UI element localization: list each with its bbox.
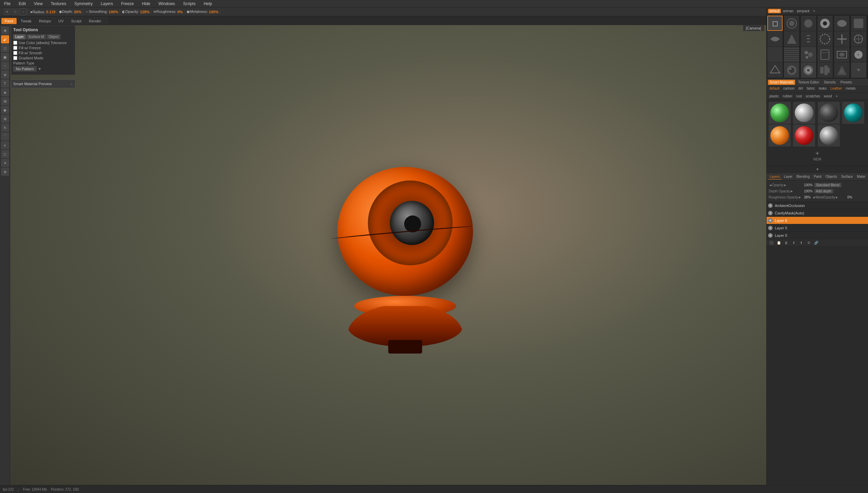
alpha-cell-1[interactable]: ◻: [767, 16, 783, 31]
alpha-cat-artman[interactable]: artman: [782, 9, 795, 13]
layer-item-5[interactable]: ● Layer 5: [767, 224, 868, 232]
tab-render[interactable]: Render: [85, 18, 104, 24]
tb-square-btn[interactable]: □: [20, 8, 26, 15]
roughness-opacity-label[interactable]: Roughness Opacity►: [769, 195, 803, 199]
layers-chevron[interactable]: ▾: [767, 166, 868, 173]
tool-clone[interactable]: ⊕: [1, 71, 9, 79]
alpha-cell-9[interactable]: ▪▪▪▪▪▪▪▪▪: [801, 31, 816, 46]
eye-icon-layer0[interactable]: ●: [768, 233, 773, 238]
layer-item-ao[interactable]: ● AmbientOcclusion: [767, 202, 868, 209]
layer-item-cavity[interactable]: ● CavityMask(Auto): [767, 209, 868, 217]
rp-icon-1[interactable]: ⬛: [768, 240, 775, 246]
menu-freeze[interactable]: Freeze: [120, 1, 135, 6]
alpha-cell-13[interactable]: [767, 47, 783, 62]
sm-filter-fabric[interactable]: fabric: [805, 86, 816, 91]
sm-material-5[interactable]: [769, 125, 791, 147]
menu-hide[interactable]: Hide: [141, 1, 152, 6]
menu-layers[interactable]: Layers: [99, 1, 114, 6]
sm-tab-smart-materials[interactable]: Smart Materials: [768, 80, 795, 85]
alpha-cat-add[interactable]: +: [812, 9, 816, 13]
tool-eye[interactable]: ◉: [1, 106, 9, 114]
sm-material-4[interactable]: [842, 102, 864, 124]
menu-textures[interactable]: Textures: [50, 1, 67, 6]
alpha-cell-21[interactable]: [801, 62, 816, 78]
layer-item-0[interactable]: ● Layer 0: [767, 232, 868, 239]
sm-material-3[interactable]: [818, 102, 840, 124]
alpha-cell-19[interactable]: [767, 62, 783, 78]
tab-retopo[interactable]: Retopo: [36, 18, 54, 24]
checkbox-fill-smooth[interactable]: [13, 51, 17, 55]
smart-material-preview[interactable]: Smart Material Preview →: [11, 79, 75, 88]
option-tab-object[interactable]: Object: [47, 34, 61, 39]
rp-icon-5[interactable]: ⬆: [798, 240, 805, 246]
viewport[interactable]: [10, 25, 766, 485]
tab-tweak[interactable]: Tweak: [17, 18, 35, 24]
tab-blending[interactable]: Blending: [795, 174, 811, 179]
sm-filter-rubber[interactable]: rubber: [781, 94, 794, 98]
tool-eraser[interactable]: ◻: [1, 44, 9, 52]
tool-text[interactable]: T: [1, 79, 9, 88]
layer-item-6[interactable]: ● Layer 6: [767, 217, 868, 224]
alpha-cell-2[interactable]: [784, 16, 799, 31]
add-depth-btn[interactable]: Add depth: [814, 189, 834, 193]
checkbox-use-color[interactable]: [13, 41, 17, 45]
sm-filter-leather[interactable]: Leather: [829, 86, 843, 91]
tab-surface[interactable]: Surface: [840, 174, 854, 179]
sm-material-6[interactable]: [793, 125, 815, 147]
rp-icon-7[interactable]: 🔗: [813, 240, 820, 246]
tool-smudge[interactable]: ~: [1, 62, 9, 70]
alpha-cell-23[interactable]: [834, 62, 849, 78]
alpha-cell-7[interactable]: [767, 31, 783, 46]
eye-icon-layer6[interactable]: ●: [768, 218, 773, 223]
alpha-cell-20[interactable]: [784, 62, 799, 78]
alpha-cell-10[interactable]: [817, 31, 833, 46]
tool-rotate[interactable]: ↻: [1, 124, 9, 132]
tool-fill[interactable]: ▣: [1, 53, 9, 61]
alpha-cell-8[interactable]: [784, 31, 799, 46]
opacity-label[interactable]: ◄Opacity►: [769, 183, 803, 187]
tool-extra1[interactable]: ✦: [1, 159, 9, 167]
sm-filter-add[interactable]: +: [834, 94, 839, 98]
sm-filter-scratches[interactable]: scratches: [804, 94, 822, 98]
sm-new-button[interactable]: + NEW: [768, 147, 867, 164]
sm-filter-dirt[interactable]: dirt: [797, 86, 804, 91]
tool-move[interactable]: ✥: [1, 26, 9, 35]
sm-tab-stencils[interactable]: Stencils: [822, 80, 837, 85]
tab-layers[interactable]: Layers: [768, 174, 782, 179]
tool-paint[interactable]: 🖌: [1, 35, 9, 43]
sm-filter-rust[interactable]: rust: [795, 94, 803, 98]
option-tab-layer[interactable]: Layer: [13, 34, 26, 39]
alpha-cell-17[interactable]: [834, 47, 849, 62]
metal-opacity-label[interactable]: ◄MetalOpacity►: [812, 195, 846, 199]
tab-paint[interactable]: Paint: [812, 174, 823, 179]
sm-filter-leaks[interactable]: leaks: [817, 86, 828, 91]
sm-filter-cartoon[interactable]: cartoon: [782, 86, 796, 91]
rp-icon-4[interactable]: ⬇: [790, 240, 797, 246]
menu-edit[interactable]: Edit: [17, 1, 27, 6]
alpha-cell-16[interactable]: [817, 47, 833, 62]
standard-blend-btn[interactable]: Standard Blend: [814, 183, 842, 187]
tool-extra2[interactable]: ⊗: [1, 168, 9, 176]
alpha-cell-6[interactable]: [851, 16, 866, 31]
alpha-cell-24[interactable]: +: [851, 62, 866, 78]
tool-transform[interactable]: ⊞: [1, 97, 9, 105]
alpha-cell-3[interactable]: [801, 16, 816, 31]
tb-icon-2[interactable]: ✧: [12, 8, 19, 15]
sm-tab-texture-editor[interactable]: Texture Editor: [796, 80, 821, 85]
sm-material-1[interactable]: [769, 102, 791, 124]
tool-select[interactable]: ◈: [1, 88, 9, 96]
menu-file[interactable]: File: [3, 1, 12, 6]
menu-help[interactable]: Help: [202, 1, 214, 6]
menu-symmetry[interactable]: Symmetry: [73, 1, 94, 6]
alpha-cell-14[interactable]: [784, 47, 799, 62]
alpha-cell-18[interactable]: +: [851, 47, 866, 62]
menu-scripts[interactable]: Scripts: [182, 1, 197, 6]
tab-paint[interactable]: Paint: [1, 18, 17, 24]
alpha-cell-5[interactable]: [834, 16, 849, 31]
alpha-cell-4[interactable]: [817, 16, 833, 31]
pattern-value[interactable]: No Pattern: [13, 66, 37, 72]
tab-objects[interactable]: Objects: [824, 174, 839, 179]
menu-windows[interactable]: Windows: [157, 1, 176, 6]
alpha-cat-default[interactable]: default: [768, 9, 781, 13]
checkbox-gradient[interactable]: [13, 56, 17, 60]
